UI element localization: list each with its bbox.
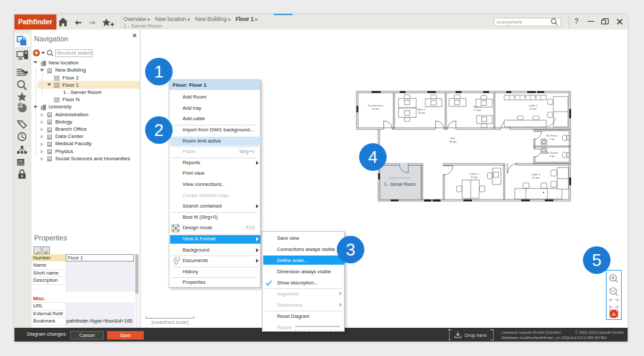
svg-text:5 qm: 5 qm [549,155,555,158]
svg-text:WC Herren: WC Herren [546,135,558,137]
svg-text:20 qm: 20 qm [532,176,540,179]
svg-text:A: A [174,227,177,231]
svg-text:1 - Server Room: 1 - Server Room [384,182,416,187]
svg-text:25 qm: 25 qm [529,107,537,110]
svg-text:12 qm: 12 qm [372,107,379,110]
svg-text:18 qm: 18 qm [418,111,425,114]
svg-text:WC Damen: WC Damen [546,152,558,154]
svg-text:0.0.1: 0.0.1 [18,162,24,166]
svg-text:5 qm: 5 qm [549,138,555,141]
svg-text:15 qm: 15 qm [470,175,478,179]
svg-text:Druckerraum 9 qm: Druckerraum 9 qm [389,176,411,179]
svg-text:A: A [612,311,616,317]
svg-text:17 qm: 17 qm [473,108,481,112]
svg-text:36 qm: 36 qm [449,140,457,143]
